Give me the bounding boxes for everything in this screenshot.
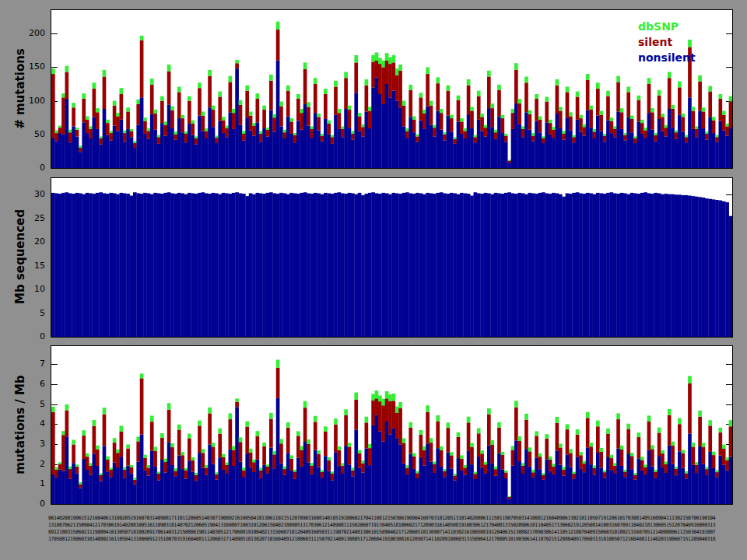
bar-nonsilent-rate: [61, 471, 65, 504]
bar-mb: [181, 193, 184, 337]
bar-silent-rate: [75, 467, 79, 473]
bar-mb: [705, 198, 709, 337]
bar-dbSNP: [722, 111, 726, 115]
bar-nonsilent-rate: [276, 398, 280, 504]
bar-mb: [490, 194, 494, 337]
bar-nonsilent-rate: [531, 478, 535, 504]
bar-mb: [140, 194, 144, 337]
bar-mb: [272, 193, 276, 337]
bar-dbSNP: [725, 124, 729, 126]
bar-mb: [365, 194, 369, 337]
bar-nonsilent-rate: [695, 473, 699, 504]
bar-silent-rate: [494, 469, 498, 475]
bar-silent: [378, 64, 382, 94]
bar-nonsilent-rate: [89, 475, 93, 504]
bar-silent-rate: [93, 426, 96, 454]
bar-nonsilent-rate: [579, 468, 583, 504]
bar-silent-rate: [398, 408, 402, 445]
bar-nonsilent: [293, 142, 297, 168]
bar-mb: [708, 199, 712, 337]
bar-silent-rate: [307, 444, 310, 463]
bar-nonsilent: [99, 145, 103, 168]
bar-nonsilent: [296, 121, 300, 168]
bar-mb: [218, 194, 222, 337]
bar-mb: [120, 193, 124, 337]
bar-silent-rate: [174, 471, 178, 476]
bar-nonsilent-rate: [675, 475, 679, 504]
bar-silent: [497, 90, 501, 117]
bar-dbSNP-rate: [303, 401, 307, 408]
bar-silent: [576, 96, 580, 119]
bar-nonsilent: [368, 128, 372, 168]
bar-silent-rate: [545, 439, 549, 459]
bar-nonsilent: [321, 141, 324, 168]
bar-silent: [426, 74, 430, 106]
bar-silent-rate: [671, 446, 675, 464]
bar-nonsilent: [222, 133, 226, 168]
bar-dbSNP-rate: [293, 470, 297, 472]
bar-dbSNP: [583, 124, 587, 127]
bar-silent-rate: [354, 400, 358, 429]
bar-dbSNP-rate: [163, 459, 167, 462]
bar-nonsilent: [668, 109, 672, 168]
bar-silent: [480, 117, 484, 131]
bar-silent-rate: [202, 453, 205, 467]
bar-silent-rate: [514, 408, 518, 441]
bar-nonsilent-rate: [708, 452, 712, 504]
bar-nonsilent-rate: [344, 446, 348, 504]
bar-silent: [99, 138, 103, 145]
bar-dbSNP-rate: [593, 465, 597, 467]
bar-nonsilent: [239, 125, 243, 168]
bar-nonsilent-rate: [293, 479, 297, 504]
bar-silent: [103, 77, 107, 109]
bar-nonsilent-rate: [310, 474, 314, 504]
bar-dbSNP: [719, 94, 723, 99]
bar-nonsilent-rate: [678, 451, 682, 504]
bar-dbSNP: [549, 120, 552, 123]
bar-silent: [616, 82, 620, 111]
bar-dbSNP: [535, 94, 538, 99]
bar-silent: [150, 85, 154, 114]
bar-nonsilent: [147, 139, 151, 168]
bar-mb: [681, 195, 685, 337]
bar-dbSNP: [307, 102, 310, 107]
bar-dbSNP: [348, 106, 352, 110]
bar-dbSNP-rate: [229, 413, 233, 419]
bar-mb: [208, 194, 212, 337]
bar-silent: [266, 130, 270, 137]
bar-silent: [331, 137, 335, 144]
bar-silent-rate: [562, 470, 566, 476]
bar-silent-rate: [572, 474, 576, 479]
bar-mb: [266, 193, 270, 337]
bar-dbSNP-rate: [402, 438, 406, 443]
bar-silent: [453, 139, 457, 144]
bar-mb: [300, 193, 303, 337]
bar-mb: [174, 194, 178, 337]
bar-silent-rate: [314, 422, 317, 450]
bar-mb: [368, 193, 372, 337]
bar-dbSNP: [412, 116, 416, 119]
bar-dbSNP: [531, 133, 535, 135]
bar-nonsilent: [96, 129, 100, 168]
bar-mb: [579, 193, 583, 337]
bar-dbSNP: [58, 126, 62, 128]
bar-dbSNP-rate: [705, 467, 709, 469]
bar-dbSNP-rate: [126, 444, 130, 448]
bar-dbSNP-rate: [681, 450, 685, 453]
bar-nonsilent-rate: [685, 478, 689, 504]
sample-labels-row: 0912180315060211190804161305071810020917…: [48, 529, 736, 535]
bar-dbSNP-rate: [143, 455, 147, 458]
bar-silent-rate: [242, 471, 246, 478]
bar-nonsilent: [467, 114, 471, 168]
bar-nonsilent-rate: [613, 474, 617, 504]
bar-dbSNP: [528, 110, 532, 114]
bar-silent-rate: [637, 437, 641, 458]
bar-dbSNP-rate: [245, 422, 249, 427]
bar-dbSNP-rate: [675, 467, 679, 469]
bar-nonsilent: [195, 145, 198, 168]
bar-mb: [463, 193, 467, 337]
bar-nonsilent: [136, 125, 140, 168]
bar-mb: [75, 193, 79, 337]
y-tick-label: 15: [12, 261, 45, 271]
bar-nonsilent: [576, 120, 580, 168]
